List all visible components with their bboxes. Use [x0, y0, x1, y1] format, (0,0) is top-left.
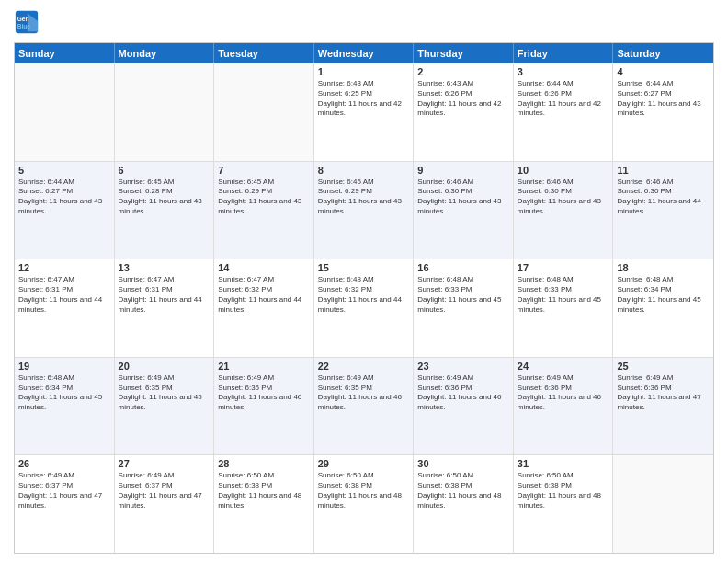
day-info: Sunrise: 6:49 AM Sunset: 6:36 PM Dayligh… — [417, 373, 509, 413]
day-number: 10 — [518, 165, 609, 176]
day-number: 26 — [18, 458, 110, 469]
calendar-cell: 15Sunrise: 6:48 AM Sunset: 6:32 PM Dayli… — [314, 259, 415, 357]
calendar-cell: 3Sunrise: 6:44 AM Sunset: 6:26 PM Daylig… — [514, 63, 614, 161]
day-info: Sunrise: 6:46 AM Sunset: 6:30 PM Dayligh… — [417, 178, 509, 217]
calendar-week-row: 1Sunrise: 6:43 AM Sunset: 6:25 PM Daylig… — [15, 63, 713, 162]
day-info: Sunrise: 6:49 AM Sunset: 6:36 PM Dayligh… — [617, 373, 710, 413]
calendar-cell: 24Sunrise: 6:49 AM Sunset: 6:36 PM Dayli… — [514, 358, 614, 455]
calendar-cell — [613, 455, 713, 553]
day-info: Sunrise: 6:46 AM Sunset: 6:30 PM Dayligh… — [617, 178, 710, 217]
calendar-header: SundayMondayTuesdayWednesdayThursdayFrid… — [15, 43, 713, 63]
day-info: Sunrise: 6:48 AM Sunset: 6:33 PM Dayligh… — [518, 275, 609, 315]
calendar-cell: 1Sunrise: 6:43 AM Sunset: 6:25 PM Daylig… — [314, 63, 415, 161]
calendar-cell: 22Sunrise: 6:49 AM Sunset: 6:35 PM Dayli… — [314, 358, 415, 455]
day-info: Sunrise: 6:49 AM Sunset: 6:35 PM Dayligh… — [318, 373, 410, 413]
calendar-cell: 29Sunrise: 6:50 AM Sunset: 6:38 PM Dayli… — [314, 455, 415, 553]
svg-text:Gen: Gen — [17, 16, 29, 22]
calendar-cell — [115, 63, 215, 161]
calendar-cell: 20Sunrise: 6:49 AM Sunset: 6:35 PM Dayli… — [115, 358, 215, 455]
day-info: Sunrise: 6:45 AM Sunset: 6:29 PM Dayligh… — [218, 178, 310, 217]
day-number: 9 — [417, 165, 509, 176]
day-info: Sunrise: 6:48 AM Sunset: 6:33 PM Dayligh… — [417, 275, 509, 315]
day-number: 21 — [218, 361, 310, 372]
day-info: Sunrise: 6:49 AM Sunset: 6:36 PM Dayligh… — [518, 373, 609, 413]
calendar-week-row: 12Sunrise: 6:47 AM Sunset: 6:31 PM Dayli… — [15, 259, 713, 358]
calendar-cell: 27Sunrise: 6:49 AM Sunset: 6:37 PM Dayli… — [115, 455, 215, 553]
day-info: Sunrise: 6:49 AM Sunset: 6:35 PM Dayligh… — [119, 373, 210, 413]
calendar-cell: 12Sunrise: 6:47 AM Sunset: 6:31 PM Dayli… — [15, 259, 115, 357]
day-number: 4 — [617, 66, 710, 77]
logo: Gen Blue — [14, 9, 43, 35]
day-info: Sunrise: 6:45 AM Sunset: 6:29 PM Dayligh… — [318, 178, 410, 217]
day-number: 19 — [18, 361, 110, 372]
day-number: 25 — [617, 361, 710, 372]
day-number: 3 — [518, 66, 609, 77]
calendar-cell: 28Sunrise: 6:50 AM Sunset: 6:38 PM Dayli… — [214, 455, 314, 553]
day-number: 24 — [518, 361, 609, 372]
calendar-header-day: Saturday — [613, 43, 713, 63]
day-info: Sunrise: 6:50 AM Sunset: 6:38 PM Dayligh… — [417, 471, 509, 511]
calendar-cell: 17Sunrise: 6:48 AM Sunset: 6:33 PM Dayli… — [514, 259, 614, 357]
calendar-cell: 2Sunrise: 6:43 AM Sunset: 6:26 PM Daylig… — [414, 63, 514, 161]
day-info: Sunrise: 6:47 AM Sunset: 6:31 PM Dayligh… — [119, 275, 210, 315]
day-info: Sunrise: 6:44 AM Sunset: 6:27 PM Dayligh… — [18, 178, 110, 217]
calendar-header-day: Thursday — [414, 43, 514, 63]
day-info: Sunrise: 6:50 AM Sunset: 6:38 PM Dayligh… — [218, 471, 310, 511]
day-info: Sunrise: 6:50 AM Sunset: 6:38 PM Dayligh… — [518, 471, 609, 511]
day-number: 28 — [218, 458, 310, 469]
day-number: 1 — [318, 66, 410, 77]
calendar-header-day: Friday — [514, 43, 614, 63]
day-info: Sunrise: 6:43 AM Sunset: 6:26 PM Dayligh… — [417, 79, 509, 119]
day-number: 12 — [18, 262, 110, 273]
day-number: 29 — [318, 458, 410, 469]
calendar-cell: 7Sunrise: 6:45 AM Sunset: 6:29 PM Daylig… — [214, 162, 314, 259]
day-number: 6 — [119, 165, 210, 176]
day-number: 16 — [417, 262, 509, 273]
calendar-cell: 18Sunrise: 6:48 AM Sunset: 6:34 PM Dayli… — [613, 259, 713, 357]
calendar-cell: 8Sunrise: 6:45 AM Sunset: 6:29 PM Daylig… — [314, 162, 415, 259]
calendar-cell — [214, 63, 314, 161]
day-info: Sunrise: 6:44 AM Sunset: 6:27 PM Dayligh… — [617, 79, 710, 119]
day-info: Sunrise: 6:43 AM Sunset: 6:25 PM Dayligh… — [318, 79, 410, 119]
calendar-week-row: 5Sunrise: 6:44 AM Sunset: 6:27 PM Daylig… — [15, 162, 713, 260]
calendar-week-row: 26Sunrise: 6:49 AM Sunset: 6:37 PM Dayli… — [15, 455, 713, 553]
calendar-cell: 11Sunrise: 6:46 AM Sunset: 6:30 PM Dayli… — [613, 162, 713, 259]
day-number: 14 — [218, 262, 310, 273]
calendar-cell: 19Sunrise: 6:48 AM Sunset: 6:34 PM Dayli… — [15, 358, 115, 455]
svg-text:Blue: Blue — [17, 23, 30, 29]
calendar-cell: 13Sunrise: 6:47 AM Sunset: 6:31 PM Dayli… — [115, 259, 215, 357]
day-number: 7 — [218, 165, 310, 176]
calendar-week-row: 19Sunrise: 6:48 AM Sunset: 6:34 PM Dayli… — [15, 358, 713, 456]
calendar-header-day: Sunday — [15, 43, 115, 63]
day-info: Sunrise: 6:48 AM Sunset: 6:34 PM Dayligh… — [617, 275, 710, 315]
day-info: Sunrise: 6:49 AM Sunset: 6:37 PM Dayligh… — [18, 471, 110, 511]
day-number: 5 — [18, 165, 110, 176]
day-number: 17 — [518, 262, 609, 273]
header: Gen Blue — [14, 9, 714, 35]
day-info: Sunrise: 6:47 AM Sunset: 6:32 PM Dayligh… — [218, 275, 310, 315]
calendar-cell: 30Sunrise: 6:50 AM Sunset: 6:38 PM Dayli… — [414, 455, 514, 553]
calendar: SundayMondayTuesdayWednesdayThursdayFrid… — [14, 42, 714, 554]
day-number: 20 — [119, 361, 210, 372]
calendar-cell: 21Sunrise: 6:49 AM Sunset: 6:35 PM Dayli… — [214, 358, 314, 455]
day-info: Sunrise: 6:49 AM Sunset: 6:37 PM Dayligh… — [119, 471, 210, 511]
day-info: Sunrise: 6:47 AM Sunset: 6:31 PM Dayligh… — [18, 275, 110, 315]
calendar-header-day: Tuesday — [214, 43, 314, 63]
day-info: Sunrise: 6:46 AM Sunset: 6:30 PM Dayligh… — [518, 178, 609, 217]
day-number: 2 — [417, 66, 509, 77]
calendar-body: 1Sunrise: 6:43 AM Sunset: 6:25 PM Daylig… — [15, 63, 713, 553]
day-info: Sunrise: 6:48 AM Sunset: 6:34 PM Dayligh… — [18, 373, 110, 413]
day-number: 23 — [417, 361, 509, 372]
day-info: Sunrise: 6:50 AM Sunset: 6:38 PM Dayligh… — [318, 471, 410, 511]
calendar-cell: 10Sunrise: 6:46 AM Sunset: 6:30 PM Dayli… — [514, 162, 614, 259]
calendar-cell: 14Sunrise: 6:47 AM Sunset: 6:32 PM Dayli… — [214, 259, 314, 357]
calendar-cell: 4Sunrise: 6:44 AM Sunset: 6:27 PM Daylig… — [613, 63, 713, 161]
calendar-cell: 31Sunrise: 6:50 AM Sunset: 6:38 PM Dayli… — [514, 455, 614, 553]
calendar-cell: 26Sunrise: 6:49 AM Sunset: 6:37 PM Dayli… — [15, 455, 115, 553]
day-number: 15 — [318, 262, 410, 273]
day-number: 8 — [318, 165, 410, 176]
day-info: Sunrise: 6:45 AM Sunset: 6:28 PM Dayligh… — [119, 178, 210, 217]
calendar-cell: 25Sunrise: 6:49 AM Sunset: 6:36 PM Dayli… — [613, 358, 713, 455]
calendar-cell: 9Sunrise: 6:46 AM Sunset: 6:30 PM Daylig… — [414, 162, 514, 259]
calendar-cell — [15, 63, 115, 161]
